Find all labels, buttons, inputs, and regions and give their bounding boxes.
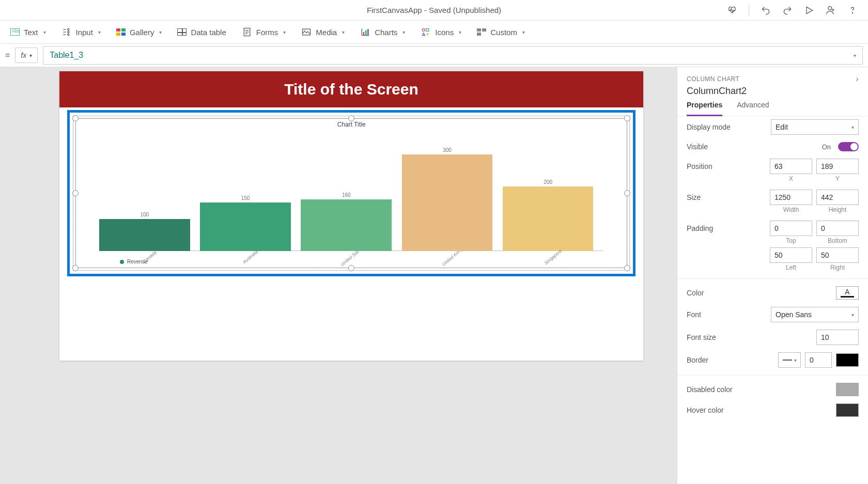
chevron-right-icon: ›	[856, 74, 859, 84]
bar-category-label: Singapore	[517, 226, 590, 288]
properties-body: Display mode Edit▾ Visible On Position X…	[677, 116, 868, 484]
text-icon: Abc	[10, 28, 20, 36]
prop-hover-color: Hover color	[687, 403, 859, 417]
bar-value-label: 200	[503, 179, 594, 185]
svg-point-2	[67, 28, 69, 30]
resize-handle[interactable]	[348, 115, 354, 121]
resize-handle[interactable]	[348, 265, 354, 271]
user-icon[interactable]	[826, 5, 836, 15]
insert-icons[interactable]: Icons▾	[421, 27, 461, 37]
insert-forms[interactable]: Forms▾	[242, 27, 286, 37]
titlebar: FirstCanvasApp - Saved (Unpublished)	[0, 0, 868, 21]
preview-icon[interactable]	[804, 5, 814, 15]
disabled-color-swatch[interactable]	[836, 383, 859, 396]
hover-color-swatch[interactable]	[836, 403, 859, 417]
padding-top-input[interactable]	[770, 221, 812, 236]
bar-value-label: 150	[200, 195, 291, 201]
insert-media[interactable]: Media▾	[301, 27, 345, 37]
forms-icon	[242, 27, 252, 37]
insert-charts-label: Charts	[375, 28, 397, 37]
insert-custom-label: Custom	[490, 28, 517, 37]
tab-properties[interactable]: Properties	[687, 101, 722, 116]
insert-text[interactable]: Abc Text▾	[10, 28, 46, 37]
formula-input[interactable]: Table1_3 ▾	[43, 46, 863, 65]
display-mode-select[interactable]: Edit▾	[771, 119, 859, 135]
size-w-input[interactable]	[770, 190, 812, 205]
panel-tabs: Properties Advanced	[677, 101, 868, 116]
divider	[677, 375, 868, 376]
undo-icon[interactable]	[761, 5, 771, 15]
screen-title: Title of the Screen	[59, 71, 643, 107]
insert-charts[interactable]: Charts▾	[360, 27, 405, 37]
insert-media-label: Media	[316, 28, 337, 37]
bar-category-label: Canada	[113, 226, 186, 288]
tab-advanced[interactable]: Advanced	[737, 101, 769, 116]
padding-right-input[interactable]	[816, 247, 859, 263]
workarea: Title of the Screen Chart Title	[0, 67, 868, 484]
chart-bar: 160United Sta...	[301, 199, 392, 251]
svg-point-7	[304, 30, 306, 32]
insert-icons-label: Icons	[435, 28, 454, 37]
prop-position: Position	[687, 159, 859, 174]
chevron-down-icon: ▾	[854, 53, 856, 58]
border-color-swatch[interactable]	[836, 353, 859, 367]
resize-handle[interactable]	[624, 190, 630, 196]
app-title: FirstCanvasApp - Saved (Unpublished)	[367, 6, 501, 14]
position-x-input[interactable]	[770, 159, 812, 174]
insert-custom[interactable]: Custom▾	[477, 28, 525, 37]
properties-panel: COLUMN CHART › ColumnChart2 Properties A…	[677, 67, 868, 484]
input-icon	[61, 27, 72, 37]
prop-visible: Visible On	[687, 142, 859, 151]
equals-icon: =	[5, 51, 10, 60]
panel-breadcrumb[interactable]: COLUMN CHART ›	[677, 67, 868, 84]
insert-gallery[interactable]: Gallery▾	[116, 28, 162, 37]
redo-icon[interactable]	[782, 5, 793, 15]
legend-dot-icon	[120, 260, 124, 264]
formula-value: Table1_3	[50, 51, 83, 60]
border-style-select[interactable]: ▾	[778, 352, 801, 368]
custom-icon	[477, 28, 486, 36]
bar-value-label: 160	[301, 192, 392, 198]
resize-handle[interactable]	[72, 265, 79, 271]
chart-bar: 150Australia	[200, 202, 291, 251]
size-h-input[interactable]	[816, 190, 859, 205]
bar-category-label: United Sta...	[315, 226, 388, 288]
resize-handle[interactable]	[624, 115, 630, 121]
help-icon[interactable]	[847, 5, 858, 15]
insert-input[interactable]: Input▾	[61, 27, 101, 37]
charts-icon	[360, 27, 370, 37]
resize-handle[interactable]	[624, 265, 630, 271]
font-size-input[interactable]	[816, 330, 859, 345]
bar-category-label: Australia	[214, 226, 287, 288]
insert-toolbar: Abc Text▾ Input▾ Gallery▾ Data table For…	[0, 21, 868, 44]
insert-datatable[interactable]: Data table	[177, 28, 226, 37]
visible-toggle[interactable]	[838, 142, 859, 151]
position-y-input[interactable]	[816, 159, 859, 174]
prop-padding: Padding	[687, 221, 859, 236]
padding-left-input[interactable]	[770, 247, 812, 263]
visible-value: On	[822, 143, 831, 151]
insert-forms-label: Forms	[256, 28, 278, 37]
svg-rect-8	[363, 32, 365, 36]
prop-font-size: Font size	[687, 330, 859, 345]
insert-text-label: Text	[24, 28, 38, 37]
fx-selector[interactable]: fx▾	[15, 48, 38, 63]
gallery-icon	[116, 28, 126, 36]
border-width-input[interactable]	[805, 352, 832, 368]
font-select[interactable]: Open Sans▾	[771, 307, 859, 322]
column-chart[interactable]: Chart Title 100Canada150Australia160Unit…	[75, 118, 627, 268]
svg-rect-12	[426, 28, 429, 31]
color-picker[interactable]: A	[836, 286, 859, 300]
divider	[749, 5, 749, 16]
svg-rect-10	[367, 29, 369, 35]
canvas-frame[interactable]: Title of the Screen Chart Title	[59, 71, 643, 361]
bar-category-label: United Kin...	[416, 226, 489, 288]
health-icon[interactable]	[727, 5, 737, 15]
resize-handle[interactable]	[72, 115, 79, 121]
padding-bottom-input[interactable]	[816, 221, 859, 236]
icons-icon	[421, 27, 431, 37]
chart-selection-outer[interactable]: Chart Title 100Canada150Australia160Unit…	[67, 110, 636, 276]
chart-bar: 100Canada	[99, 219, 190, 251]
canvas-zone[interactable]: Title of the Screen Chart Title	[0, 67, 677, 484]
resize-handle[interactable]	[72, 190, 79, 196]
